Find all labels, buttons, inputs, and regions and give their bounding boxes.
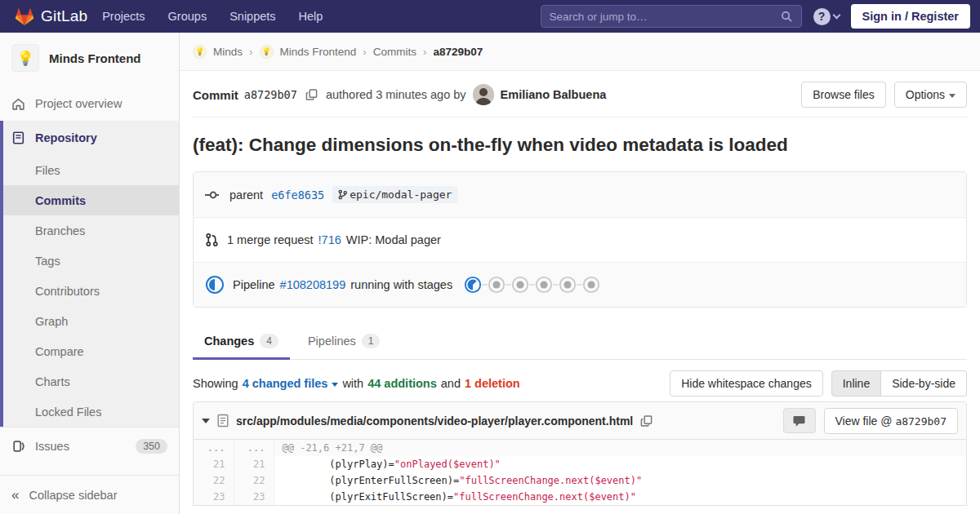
options-dropdown-button[interactable]: Options	[894, 82, 967, 108]
new-line-number[interactable]: 22	[234, 472, 274, 489]
author-avatar[interactable]	[473, 84, 494, 105]
comment-bubble-icon	[793, 415, 805, 427]
changes-count-badge: 4	[260, 334, 278, 348]
new-line-number[interactable]: ...	[234, 440, 274, 456]
sidebar-item-tags[interactable]: Tags	[3, 246, 179, 276]
diff-line: 22 22 (plyrEnterFullScreen)="fullScreenC…	[194, 472, 966, 489]
nav-snippets[interactable]: Snippets	[229, 10, 275, 23]
copy-file-path-icon[interactable]	[640, 414, 653, 428]
parent-label: parent	[229, 188, 263, 202]
stage-created-icon[interactable]	[582, 276, 600, 294]
collapse-sidebar-button[interactable]: « Collapse sidebar	[0, 475, 179, 514]
stage-created-icon[interactable]	[488, 276, 506, 294]
stage-connector	[482, 284, 488, 286]
nav-groups[interactable]: Groups	[168, 10, 207, 23]
sidebar-item-branches[interactable]: Branches	[3, 215, 179, 246]
code-string: "fullScreenChange.next($event)"	[459, 475, 642, 486]
commit-tabs: Changes 4 Pipelines 1	[193, 324, 967, 360]
nav-projects[interactable]: Projects	[102, 10, 145, 23]
code-attr: (plyrEnterFullScreen)=	[283, 475, 460, 486]
sidebar-project-header[interactable]: 💡 Minds Frontend	[0, 33, 179, 86]
sidebar-item-locked-files[interactable]: Locked Files	[3, 397, 179, 427]
breadcrumb-minds-frontend[interactable]: Minds Frontend	[280, 46, 357, 58]
stage-created-icon[interactable]	[511, 276, 529, 294]
merge-request-link[interactable]: !716	[318, 233, 341, 246]
sidebar-item-project-overview[interactable]: Project overview	[0, 86, 179, 121]
old-line-number[interactable]: 23	[194, 489, 234, 505]
breadcrumb-separator: ›	[423, 46, 427, 58]
sidebar-item-contributors[interactable]: Contributors	[3, 276, 179, 306]
pipeline-running-status-icon[interactable]	[205, 275, 225, 295]
sign-in-button[interactable]: Sign in / Register	[851, 4, 970, 29]
sidebar-item-files[interactable]: Files	[3, 155, 179, 185]
project-name: Minds Frontend	[49, 51, 141, 65]
search-box[interactable]	[541, 5, 802, 28]
diff-file-path[interactable]: src/app/modules/media/components/video-p…	[236, 414, 633, 428]
pipeline-id-link[interactable]: #108208199	[280, 278, 346, 291]
copy-commit-sha-icon[interactable]	[305, 88, 318, 101]
help-menu[interactable]: ?	[813, 8, 840, 25]
code-line: (plyrEnterFullScreen)="fullScreenChange.…	[274, 472, 966, 489]
question-icon: ?	[813, 8, 831, 25]
sidebar-item-compare[interactable]: Compare	[3, 336, 179, 366]
stage-created-icon[interactable]	[559, 276, 577, 294]
stage-running-icon[interactable]	[464, 276, 482, 294]
diff-view-controls: Hide whitespace changes Inline Side-by-s…	[670, 370, 967, 397]
pipeline-mini-graph	[464, 276, 600, 294]
new-line-number[interactable]: 23	[234, 489, 274, 505]
tab-changes[interactable]: Changes 4	[193, 324, 290, 359]
sidebar-item-issues[interactable]: Issues 350	[0, 427, 179, 465]
old-line-number[interactable]: 22	[194, 472, 234, 489]
sidebar-item-label: Issues	[35, 440, 69, 453]
hide-whitespace-button[interactable]: Hide whitespace changes	[670, 370, 823, 397]
commit-header: Commit a8729b07 authored 3 minutes ago b…	[193, 71, 967, 117]
code-string: "fullScreenChange.next($event)"	[453, 491, 636, 503]
diff-file-actions: View file @ a8729b07	[783, 408, 959, 434]
pipelines-count-badge: 1	[362, 334, 381, 348]
diff-table: ... ... @@ -21,6 +21,7 @@ 21 21 (plyrPla…	[194, 440, 966, 505]
sidebar-item-charts[interactable]: Charts	[3, 366, 179, 397]
diff-line: 21 21 (plyrPlay)="onPlayed($event)"	[194, 456, 966, 472]
sidebar-item-commits[interactable]: Commits	[3, 185, 179, 215]
authored-text: authored 3 minutes ago by	[326, 88, 466, 101]
stage-connector	[577, 284, 582, 286]
view-file-button[interactable]: View file @ a8729b07	[824, 408, 959, 434]
nav-help[interactable]: Help	[299, 10, 323, 23]
old-line-number[interactable]: ...	[194, 440, 234, 456]
inline-view-button[interactable]: Inline	[831, 370, 881, 397]
breadcrumb-commits[interactable]: Commits	[373, 46, 416, 58]
options-label: Options	[906, 88, 945, 101]
repository-icon	[11, 131, 25, 144]
main-content: 💡 Minds › 💡 Minds Frontend › Commits › a…	[180, 33, 980, 514]
search-icon[interactable]	[781, 11, 793, 23]
side-by-side-view-button[interactable]: Side-by-side	[881, 370, 967, 397]
toggle-comments-button[interactable]	[783, 408, 816, 433]
sidebar-item-repository[interactable]: Repository	[3, 121, 179, 155]
search-input[interactable]	[550, 11, 781, 23]
branch-badge[interactable]: epic/modal-pager	[332, 186, 457, 203]
changed-files-dropdown[interactable]: 4 changed files	[243, 377, 339, 390]
tab-pipelines[interactable]: Pipelines 1	[296, 324, 392, 359]
parent-sha-link[interactable]: e6fe8635	[271, 188, 324, 202]
stage-created-icon[interactable]	[535, 276, 553, 294]
sidebar-item-graph[interactable]: Graph	[3, 306, 179, 336]
collapse-diff-icon[interactable]	[202, 419, 210, 423]
commit-info-box: parent e6fe8635 epic/modal-pager 1 merge…	[193, 171, 967, 308]
stage-connector	[553, 284, 559, 286]
group-avatar: 💡	[193, 45, 207, 59]
new-line-number[interactable]: 21	[234, 456, 274, 472]
pipeline-row: Pipeline #108208199 running with stages	[194, 262, 966, 307]
author-name[interactable]: Emiliano Balbuena	[501, 88, 607, 101]
showing-label: Showing	[193, 377, 238, 390]
view-file-label: View file @	[835, 414, 893, 428]
hunk-header: @@ -21,6 +21,7 @@	[274, 440, 966, 456]
breadcrumb-minds[interactable]: Minds	[213, 46, 243, 58]
with-label: with	[342, 377, 363, 390]
pipeline-status-text: running with stages	[350, 278, 452, 291]
branch-icon	[338, 189, 347, 200]
browse-files-button[interactable]: Browse files	[801, 82, 885, 108]
gitlab-logo[interactable]: GitLab	[15, 7, 87, 26]
branch-name: epic/modal-pager	[350, 188, 452, 201]
old-line-number[interactable]: 21	[194, 456, 234, 472]
diff-file-header: src/app/modules/media/components/video-p…	[194, 402, 966, 440]
